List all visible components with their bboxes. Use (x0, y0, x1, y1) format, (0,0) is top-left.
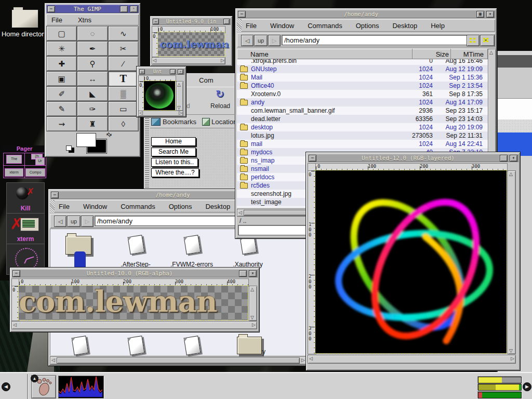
up-button[interactable]: up (67, 216, 81, 227)
window-menu-button[interactable]: · (178, 69, 183, 74)
move-tool[interactable]: ✚ (46, 56, 77, 71)
gimp10-horizontal-scrollbar[interactable]: ◁ ▷ (11, 321, 257, 329)
gimp10-titlebar[interactable]: — Untitled-10.0 (RGB-alpha) ▾ (11, 269, 258, 277)
transform-tool[interactable]: ▣ (46, 71, 77, 86)
scroll-up-icon[interactable]: △ (250, 286, 254, 292)
page-button[interactable]: Where the....? (151, 168, 199, 177)
minimize-button[interactable]: — (47, 6, 55, 12)
selected-icon-highlight[interactable]: .. (74, 251, 86, 269)
pager-mini-window[interactable]: Ur (35, 157, 45, 165)
page-button[interactable]: Search Me (151, 148, 196, 156)
file-row[interactable]: Mail 1024 Sep 1 15:36 (237, 73, 488, 82)
menu-item[interactable]: Com (199, 76, 213, 84)
gimp-small-titlebar[interactable]: — Unt · (138, 68, 184, 75)
pager-mini-window[interactable]: xterm (5, 168, 23, 177)
menu-item[interactable]: Desktop (205, 203, 230, 210)
column-header-name[interactable]: Name (237, 49, 413, 59)
fm2-horizontal-scrollbar[interactable]: ◁ ▷ (50, 356, 307, 365)
list-view-button[interactable] (480, 35, 495, 46)
file-row[interactable]: lotus.jpg 273053 Sep 22 11:31 (237, 131, 488, 140)
file-row[interactable]: com.lewman_small_banner.gif 2936 Sep 23 … (237, 107, 488, 115)
pager-desk-4[interactable]: Compo (24, 165, 46, 178)
scroll-left-icon[interactable]: ◁ (309, 355, 313, 362)
airbrush-tool[interactable]: ⇝ (46, 116, 77, 131)
maximize-button[interactable] (223, 19, 230, 24)
blend-tool[interactable]: ▒ (108, 86, 139, 101)
file-row[interactable]: Office40 1024 Sep 2 13:54 (237, 82, 488, 90)
scroll-right-icon[interactable]: ▷ (252, 322, 256, 328)
gimp9-titlebar[interactable]: — Untitled-9.0 (in (152, 18, 231, 25)
rect-select-tool[interactable]: ▢ (46, 26, 77, 41)
gimp9-horizontal-scrollbar[interactable]: ◁ ▷ (152, 57, 225, 64)
column-header-mtime[interactable]: MTime (451, 49, 488, 59)
window-menu-button[interactable]: ▾ (510, 155, 517, 162)
file-row[interactable]: .xtrojka.prefs.bin 0 Aug 16 16:46 (237, 59, 488, 65)
gimp-small-canvas[interactable] (144, 81, 175, 110)
eraser-tool[interactable]: ▭ (108, 101, 139, 116)
scrollbar-thumb[interactable] (57, 357, 300, 364)
scroll-up-icon[interactable]: △ (177, 82, 181, 88)
gimp9-canvas[interactable]: com.lewman (158, 32, 224, 56)
gimp10-canvas[interactable]: com.lewman (19, 286, 248, 320)
fm1-titlebar[interactable]: — /home/andy ▣ ▾ (237, 10, 495, 18)
scroll-right-icon[interactable]: ▷ (179, 111, 182, 115)
applet-collapse-icon[interactable]: ▲ (31, 375, 38, 382)
file-row[interactable]: andy 1024 Aug 14 17:09 (237, 98, 488, 107)
gimp10-vertical-scrollbar[interactable]: △ ▽ (249, 286, 257, 321)
scroll-right-icon[interactable]: ▷ (511, 355, 514, 362)
pager-desk-1[interactable]: The (3, 153, 25, 166)
forward-button[interactable]: ▷ (81, 216, 94, 227)
convolve-tool[interactable]: ◊ (108, 116, 139, 131)
forward-button[interactable]: ▷ (268, 35, 281, 46)
gimp-small-vertical-scrollbar[interactable]: △ ▽ (176, 81, 183, 111)
pager[interactable]: Pager The 2h Ur xterm Compo (3, 145, 46, 178)
scroll-left-icon[interactable]: ◁ (153, 58, 156, 63)
crop-tool[interactable]: ∕ (108, 56, 139, 71)
free-select-tool[interactable]: ∿ (108, 26, 139, 41)
menubar-grip[interactable] (237, 19, 242, 32)
pager-desk-3[interactable]: xterm (3, 165, 25, 178)
scroll-left-icon[interactable]: ◁ (13, 322, 17, 328)
gimp-small-horizontal-scrollbar[interactable]: ◁ ▷ (138, 111, 183, 116)
menu-item[interactable]: Help (431, 22, 445, 30)
menubar-grip[interactable] (50, 200, 55, 212)
gimp12-canvas[interactable] (315, 170, 507, 353)
iscissors-tool[interactable]: ✂ (108, 41, 139, 56)
clone-tool[interactable]: ♜ (77, 116, 108, 131)
menu-item[interactable]: Xtns (78, 16, 91, 24)
menu-item[interactable]: Commands (121, 203, 155, 210)
file-row[interactable]: GNUstep 1024 Aug 12 19:09 (237, 65, 488, 73)
minimize-button[interactable]: — (12, 270, 20, 277)
minimize-button[interactable]: — (51, 192, 59, 198)
menu-item[interactable]: Options (356, 22, 379, 30)
flip-tool[interactable]: ↔ (77, 71, 108, 86)
scroll-right-icon[interactable]: ▷ (301, 357, 305, 363)
file-row[interactable]: desktop 1024 Aug 20 19:09 (237, 123, 488, 131)
bookmarks-icon[interactable] (151, 118, 161, 126)
reload-label[interactable]: Reload (210, 102, 230, 110)
menu-item[interactable]: Desktop (392, 22, 417, 30)
foreground-color-swatch[interactable] (76, 133, 96, 147)
menu-item[interactable]: File (51, 16, 62, 24)
magnify-tool[interactable]: ⚲ (77, 56, 108, 71)
scroll-up-icon[interactable]: △ (509, 171, 513, 177)
gnome-foot-button[interactable]: ▲ (31, 375, 56, 398)
icon-view-button[interactable] (467, 35, 480, 46)
paintbrush-tool[interactable]: ✑ (77, 101, 108, 116)
file-icon[interactable] (128, 336, 145, 355)
page-button[interactable]: Home (151, 137, 196, 146)
bookmarks-label[interactable]: Bookmarks (163, 118, 196, 126)
menu-item[interactable]: File (59, 203, 70, 210)
home-directory-icon[interactable]: Home directory (4, 4, 45, 46)
maximize-button[interactable] (239, 270, 247, 277)
gimp12-vertical-scrollbar[interactable]: △ ▽ (508, 170, 516, 354)
minimize-button[interactable]: — (238, 11, 246, 18)
default-colors-icon[interactable] (66, 145, 72, 151)
file-icon[interactable] (72, 336, 89, 355)
pencil-tool[interactable]: ✎ (46, 101, 77, 116)
wharf-kill-button[interactable]: ✗ Kill (6, 182, 45, 214)
window-menu-button[interactable]: · (130, 6, 138, 12)
fuzzy-select-tool[interactable]: ✳ (46, 41, 77, 56)
ellipse-select-tool[interactable]: ◌ (77, 26, 108, 41)
location-label[interactable]: Location (211, 118, 237, 126)
